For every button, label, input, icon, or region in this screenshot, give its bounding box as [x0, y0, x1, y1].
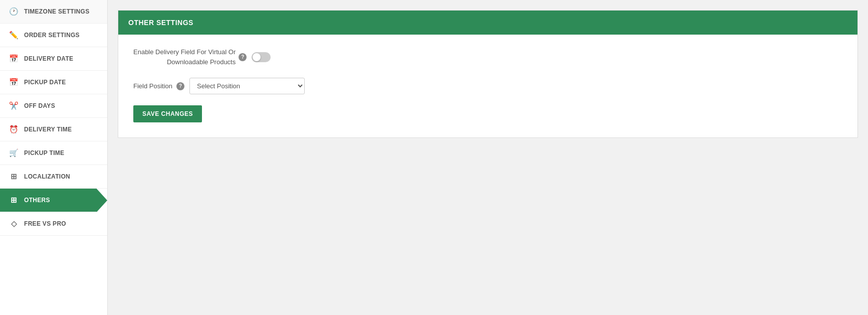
- enable-field-help-icon[interactable]: ?: [239, 53, 247, 61]
- panel-body: Enable Delivery Field For Virtual Or Dow…: [118, 35, 857, 137]
- enable-field-toggle[interactable]: [252, 52, 271, 62]
- toggle-thumb: [253, 53, 261, 61]
- sidebar-item-label: OTHERS: [24, 197, 50, 204]
- sidebar-item-others[interactable]: ⊞ OTHERS: [0, 189, 107, 212]
- delivery-date-icon: 📅: [9, 54, 19, 63]
- timezone-icon: 🕐: [9, 7, 19, 16]
- main-content: OTHER SETTINGS Enable Delivery Field For…: [108, 0, 868, 315]
- field-position-label: Field Position: [133, 82, 172, 90]
- sidebar-item-label: PICKUP DATE: [24, 79, 66, 86]
- sidebar-item-delivery-time[interactable]: ⏰ DELIVERY TIME: [0, 118, 107, 141]
- free-vs-pro-icon: ◇: [9, 219, 19, 228]
- off-days-icon: ✂️: [9, 101, 19, 110]
- field-position-help-icon[interactable]: ?: [176, 82, 184, 90]
- pickup-date-icon: 📅: [9, 78, 19, 87]
- sidebar-item-label: ORDER SETTINGS: [24, 32, 80, 39]
- sidebar-item-label: TIMEZONE SETTINGS: [24, 8, 89, 15]
- sidebar-item-delivery-date[interactable]: 📅 DELIVERY DATE: [0, 47, 107, 71]
- sidebar-item-free-vs-pro[interactable]: ◇ FREE VS PRO: [0, 212, 107, 236]
- toggle-track: [252, 52, 271, 62]
- enable-field-label: Enable Delivery Field For Virtual Or Dow…: [133, 47, 236, 67]
- panel-header: OTHER SETTINGS: [118, 11, 857, 35]
- sidebar-item-label: DELIVERY DATE: [24, 55, 73, 62]
- save-row: SAVE CHANGES: [133, 105, 842, 122]
- delivery-time-icon: ⏰: [9, 125, 19, 134]
- field-position-select[interactable]: Select Position Before order notes After…: [189, 78, 305, 94]
- sidebar-item-label: OFF DAYS: [24, 102, 55, 109]
- settings-panel: OTHER SETTINGS Enable Delivery Field For…: [118, 10, 858, 138]
- others-icon: ⊞: [9, 196, 19, 205]
- sidebar-item-pickup-date[interactable]: 📅 PICKUP DATE: [0, 71, 107, 94]
- pickup-time-icon: 🛒: [9, 148, 19, 158]
- field-position-row: Field Position ? Select Position Before …: [133, 78, 842, 94]
- sidebar-item-label: LOCALIZATION: [24, 173, 70, 180]
- save-changes-button[interactable]: SAVE CHANGES: [133, 105, 202, 122]
- panel-title: OTHER SETTINGS: [128, 19, 193, 27]
- sidebar-item-label: PICKUP TIME: [24, 149, 64, 156]
- sidebar-item-label: FREE VS PRO: [24, 220, 66, 227]
- sidebar-item-label: DELIVERY TIME: [24, 126, 72, 133]
- sidebar: 🕐 TIMEZONE SETTINGS ✏️ ORDER SETTINGS 📅 …: [0, 0, 108, 315]
- sidebar-item-order-settings[interactable]: ✏️ ORDER SETTINGS: [0, 24, 107, 47]
- sidebar-item-off-days[interactable]: ✂️ OFF DAYS: [0, 94, 107, 118]
- sidebar-item-localization[interactable]: ⊞ LOCALIZATION: [0, 165, 107, 189]
- enable-field-row: Enable Delivery Field For Virtual Or Dow…: [133, 47, 842, 67]
- localization-icon: ⊞: [9, 172, 19, 181]
- sidebar-item-pickup-time[interactable]: 🛒 PICKUP TIME: [0, 141, 107, 165]
- sidebar-item-timezone-settings[interactable]: 🕐 TIMEZONE SETTINGS: [0, 0, 107, 24]
- order-icon: ✏️: [9, 31, 19, 40]
